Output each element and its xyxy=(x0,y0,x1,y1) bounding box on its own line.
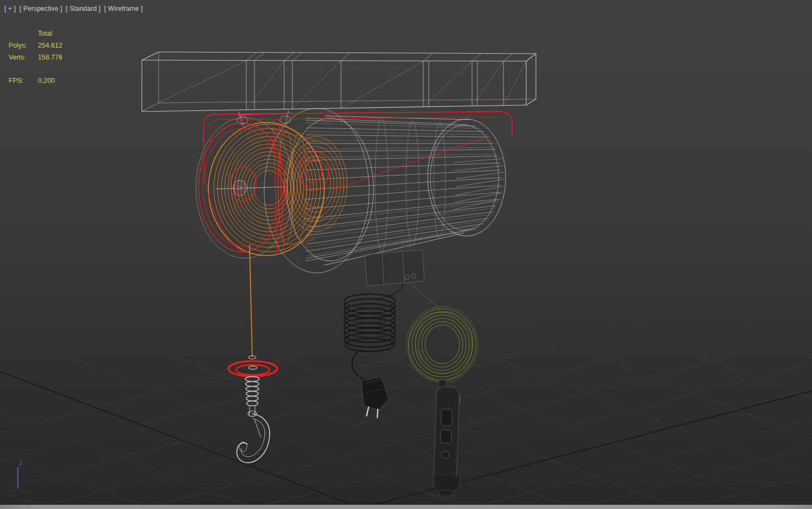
viewport-shading-menu[interactable]: [ Wireframe ] xyxy=(104,5,142,12)
viewport-render-preset-menu[interactable]: [ Standard ] xyxy=(66,5,100,12)
stats-fps-row: FPS: 0,200 xyxy=(9,75,62,87)
stats-fps-value: 0,200 xyxy=(38,75,55,87)
stats-total-row: Total xyxy=(9,28,62,40)
stats-total-label: Total xyxy=(38,28,52,40)
scene-canvas[interactable] xyxy=(0,0,812,509)
axis-z-label: z xyxy=(19,460,23,466)
track-bar[interactable] xyxy=(0,504,812,509)
viewport-3d[interactable]: [ + ] [ Perspective ] [ Standard ] [ Wir… xyxy=(0,0,812,509)
viewport-pov-menu[interactable]: [ Perspective ] xyxy=(19,5,62,12)
remote-pendant[interactable] xyxy=(433,380,460,499)
stats-verts-value: 158.776 xyxy=(38,51,62,63)
stats-polys-row: Polys: 254.612 xyxy=(9,40,62,51)
axis-x-label: x xyxy=(8,487,10,493)
stats-polys-value: 254.612 xyxy=(38,40,62,51)
viewport-statistics: Total Polys: 254.612 Verts: 158.776 FPS:… xyxy=(9,28,62,87)
stats-verts-label: Verts: xyxy=(9,51,38,63)
viewport-label: [ + ] [ Perspective ] [ Standard ] [ Wir… xyxy=(4,5,145,12)
stats-fps-label: FPS: xyxy=(9,75,38,87)
stats-polys-label: Polys: xyxy=(9,40,38,51)
viewport-general-menu[interactable]: [ + ] xyxy=(4,5,16,12)
stats-verts-row: Verts: 158.776 xyxy=(9,51,62,63)
